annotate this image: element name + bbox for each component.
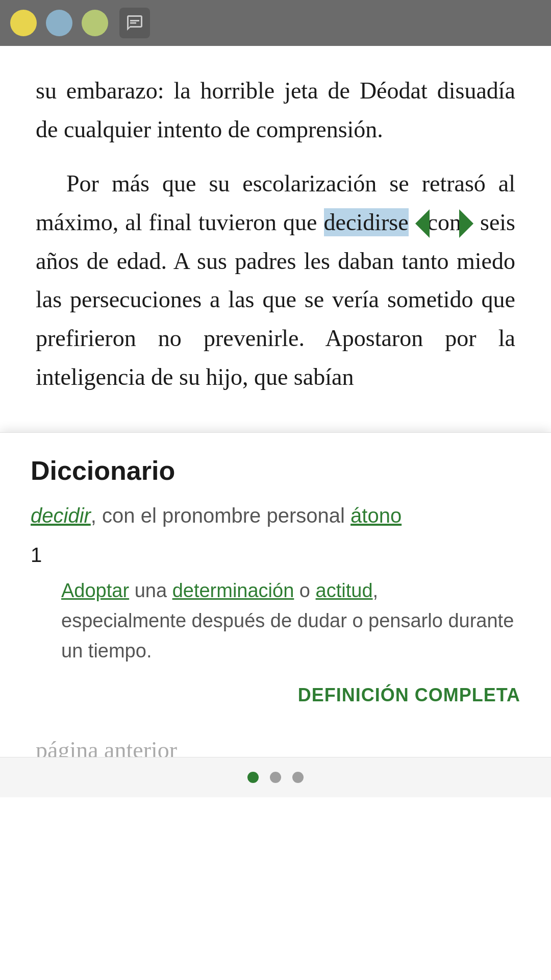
paragraph-2-after-highlight: con seis años de edad. A sus padres les … — [36, 209, 515, 390]
definition-link-actitud[interactable]: actitud — [316, 580, 373, 601]
page-dot-2[interactable] — [270, 772, 281, 783]
highlighted-word-decidirse[interactable]: decidirse — [324, 208, 409, 236]
full-definition-container: DEFINICIÓN COMPLETA — [31, 684, 520, 706]
window-button-olive[interactable] — [82, 10, 108, 36]
dictionary-wordtype-link[interactable]: átono — [350, 504, 402, 527]
title-bar — [0, 0, 551, 46]
page-dot-1[interactable] — [247, 772, 259, 783]
svg-rect-1 — [130, 22, 136, 24]
page-dot-3[interactable] — [292, 772, 304, 783]
bottom-cutoff: página anterior — [0, 726, 551, 757]
dictionary-panel: Diccionario decidir, con el pronombre pe… — [0, 432, 551, 726]
def-text-3: , — [373, 580, 379, 601]
cutoff-text: página anterior — [36, 737, 177, 757]
def-text-2: o — [294, 580, 315, 601]
window-button-yellow[interactable] — [10, 10, 37, 36]
definition-link-adoptar[interactable]: Adoptar — [61, 580, 129, 601]
paragraph-1: su embarazo: la horrible jeta de Déodat … — [36, 71, 515, 149]
dictionary-word-line: decidir, con el pronombre personal átono — [31, 504, 520, 527]
def-text-1: una — [129, 580, 172, 601]
svg-rect-0 — [130, 20, 139, 21]
definition-link-determinacion[interactable]: determinación — [172, 580, 294, 601]
chat-icon — [126, 14, 144, 32]
dictionary-title: Diccionario — [31, 455, 520, 486]
definition-description: especialmente después de dudar o pensarl… — [61, 610, 514, 662]
reading-text: su embarazo: la horrible jeta de Déodat … — [36, 71, 515, 397]
definition-number: 1 — [31, 544, 520, 567]
dictionary-word-link[interactable]: decidir — [31, 504, 91, 527]
paragraph-1-text: su embarazo: la horrible jeta de Déodat … — [36, 78, 515, 142]
bottom-bar — [0, 757, 551, 797]
full-definition-button[interactable]: DEFINICIÓN COMPLETA — [298, 684, 520, 706]
chat-icon-button[interactable] — [119, 8, 150, 38]
definition-text: Adoptar una determinación o actitud, esp… — [31, 576, 520, 666]
window-button-blue[interactable] — [46, 10, 72, 36]
reading-area: su embarazo: la horrible jeta de Déodat … — [0, 46, 551, 432]
dictionary-connector: , con el pronombre personal — [91, 504, 350, 527]
paragraph-2: Por más que su escolarización se retrasó… — [36, 164, 515, 397]
selection-handle-left — [415, 209, 430, 238]
selection-handle-right — [459, 209, 473, 238]
